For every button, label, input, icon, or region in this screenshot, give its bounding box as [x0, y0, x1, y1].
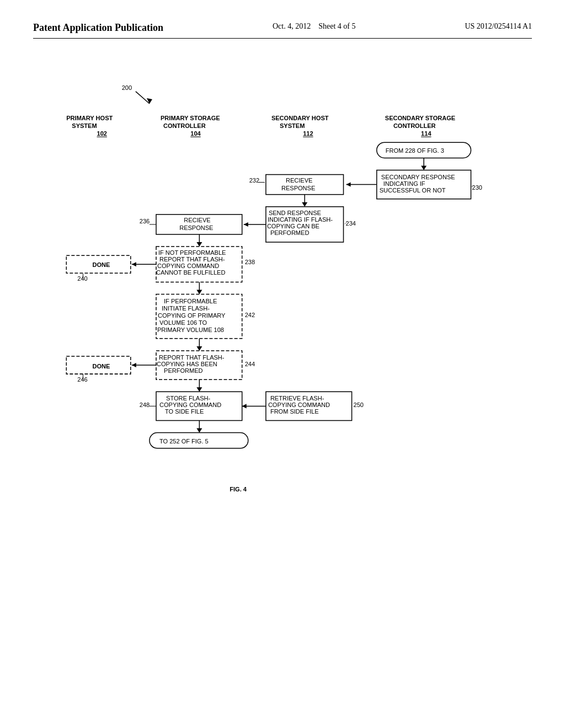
col4-num: 114 — [421, 130, 431, 137]
figure-label: FIG. 4 — [230, 486, 247, 493]
diagram-area: 200 PRIMARY HOST SYSTEM 102 PRIMARY STOR… — [33, 55, 532, 662]
ref-246: 246 — [77, 376, 87, 383]
svg-marker-6 — [347, 183, 351, 187]
publication-date: Oct. 4, 2012 — [273, 22, 311, 30]
ifp-line4: VOLUME 106 TO — [159, 319, 207, 326]
ref-230: 230 — [472, 184, 482, 191]
publication-title: Patent Application Publication — [33, 22, 163, 34]
recieve-response-236-line1: RECIEVE — [184, 217, 210, 223]
svg-marker-20 — [196, 290, 202, 294]
svg-marker-3 — [421, 165, 427, 170]
report-line2: COPYING HAS BEEN — [157, 361, 217, 367]
ifp-line5: PRIMARY VOLUME 108 — [157, 326, 224, 333]
col2-label2: CONTROLLER — [163, 122, 206, 129]
ref-234: 234 — [346, 220, 356, 227]
to252-text: TO 252 OF FIG. 5 — [159, 438, 209, 445]
svg-marker-12 — [244, 222, 248, 227]
retrieve-line1: RETRIEVE FLASH- — [270, 395, 324, 402]
store-line2: COPYING COMMAND — [159, 402, 221, 408]
svg-marker-32 — [196, 429, 202, 433]
ifp-line3: COPYING OF PRIMARY — [158, 312, 226, 319]
page: Patent Application Publication Oct. 4, 2… — [0, 0, 565, 728]
ref-200: 200 — [122, 84, 132, 91]
report-line3: PERFORMED — [164, 367, 203, 374]
col2-num: 104 — [190, 130, 201, 137]
ref-242: 242 — [245, 312, 255, 318]
svg-line-0 — [136, 92, 150, 104]
col1-label1: PRIMARY HOST — [66, 115, 113, 121]
secondary-response-line1: SECONDARY RESPONSE — [381, 174, 455, 180]
ref-248: 248 — [140, 402, 150, 408]
ref-238: 238 — [245, 259, 255, 265]
secondary-response-line3: SUCCESSFUL OR NOT — [380, 187, 446, 194]
ref-244: 244 — [245, 361, 255, 367]
svg-marker-15 — [196, 242, 202, 247]
svg-marker-30 — [242, 404, 247, 408]
ifp-line1: IF PERFORMABLE — [164, 298, 217, 304]
send-response-line2: INDICATING IF FLASH- — [268, 216, 333, 223]
store-line1: STORE FLASH- — [166, 395, 210, 402]
ifnp-line1: IF NOT PERFORMABLE — [158, 249, 226, 256]
ifnp-line3: COPYING COMMAND — [157, 263, 219, 269]
col2-label1: PRIMARY STORAGE — [161, 115, 220, 121]
send-response-line1: SEND RESPONSE — [269, 210, 321, 216]
patent-number: US 2012/0254114 A1 — [465, 22, 532, 31]
send-response-line4: PERFORMED — [270, 229, 310, 236]
col3-label1: SECONDARY HOST — [271, 115, 329, 121]
ref-250: 250 — [354, 402, 364, 408]
done-246-text: DONE — [92, 363, 110, 370]
svg-marker-17 — [132, 262, 136, 266]
report-line1: REPORT THAT FLASH- — [159, 354, 225, 361]
col3-label2: SYSTEM — [280, 122, 305, 129]
svg-marker-9 — [302, 202, 307, 207]
from228-text: FROM 228 OF FIG. 3 — [386, 147, 444, 154]
retrieve-line3: FROM SIDE FILE — [270, 408, 319, 415]
col4-label1: SECONDARY STORAGE — [385, 115, 455, 121]
ifnp-line2: REPORT THAT FLASH- — [159, 256, 225, 263]
recieve-response-232-line1: RECIEVE — [286, 177, 312, 184]
header-center: Oct. 4, 2012 Sheet 4 of 5 — [273, 22, 355, 31]
ref-232: 232 — [249, 177, 259, 184]
svg-marker-1 — [147, 98, 152, 104]
retrieve-line2: COPYING COMMAND — [268, 402, 330, 408]
page-header: Patent Application Publication Oct. 4, 2… — [33, 22, 532, 39]
recieve-response-236-line2: RESPONSE — [179, 224, 213, 231]
store-line3: TO SIDE FILE — [165, 408, 204, 415]
col1-num: 102 — [97, 130, 107, 137]
col3-num: 112 — [303, 130, 313, 137]
ref-236: 236 — [140, 218, 150, 224]
svg-marker-24 — [132, 363, 136, 367]
svg-marker-27 — [196, 387, 202, 392]
ifp-line2: INITIATE FLASH- — [162, 305, 210, 312]
svg-marker-22 — [196, 346, 202, 351]
ref-240: 240 — [77, 275, 87, 282]
secondary-response-line2: INDICATING IF — [383, 180, 425, 187]
ifnp-line4: CANNOT BE FULFILLED — [156, 269, 225, 276]
send-response-line3: COPYING CAN BE — [267, 223, 319, 229]
col1-label2: SYSTEM — [72, 122, 97, 129]
col4-label2: CONTROLLER — [393, 122, 436, 129]
sheet-info: Sheet 4 of 5 — [318, 22, 355, 30]
done-240-text: DONE — [92, 261, 110, 268]
recieve-response-232-line2: RESPONSE — [281, 185, 315, 191]
